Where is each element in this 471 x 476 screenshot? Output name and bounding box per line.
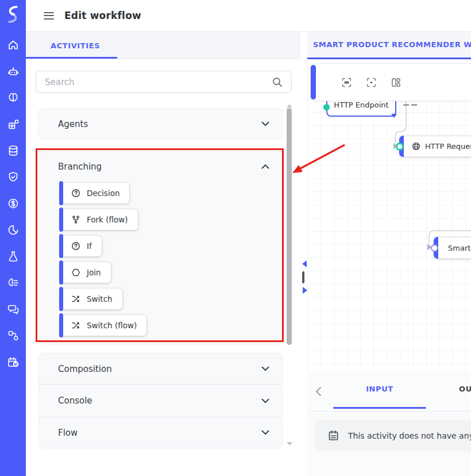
chat-icon[interactable] — [7, 303, 20, 316]
fork-icon — [71, 215, 80, 224]
activity-label: If — [87, 241, 92, 251]
flask-icon[interactable] — [7, 250, 20, 263]
section-label: Composition — [58, 364, 112, 374]
activity-decision[interactable]: Decision — [60, 183, 129, 204]
page-title: Edit workflow — [64, 10, 141, 21]
layout-icon[interactable] — [391, 77, 401, 88]
canvas-toolbar — [310, 63, 471, 101]
details-tabbar: INPUT OUT — [307, 371, 471, 411]
splitter-handle[interactable] — [302, 271, 304, 283]
section-flow-header[interactable]: Flow — [39, 417, 282, 448]
divider — [307, 411, 471, 412]
truncated-label — [403, 104, 419, 106]
port-out-icon[interactable] — [391, 114, 397, 118]
app-logo-icon[interactable] — [5, 5, 21, 24]
tab-activities[interactable]: ACTIVITIES — [51, 32, 100, 59]
fit-screen-icon[interactable] — [341, 77, 352, 88]
finance-icon[interactable] — [7, 197, 20, 210]
activity-fork-flow[interactable]: Fork (flow) — [60, 209, 138, 230]
section-label: Agents — [58, 119, 88, 129]
shield-check-icon[interactable] — [7, 171, 20, 183]
hexagon-icon — [71, 268, 80, 277]
section-label: Console — [58, 396, 92, 406]
section-label: Branching — [58, 162, 102, 172]
activity-details-panel: INPUT OUT This activity does not have an… — [307, 371, 471, 476]
workflow-canvas[interactable]: HTTP Endpoint HTTP Request ( Smart Pr — [307, 59, 471, 371]
splitter-expand-right-icon[interactable] — [303, 287, 307, 294]
activities-panel: ACTIVITIES Agents Branching — [26, 32, 300, 476]
activity-switch[interactable]: Switch — [60, 289, 122, 309]
node-label: HTTP Request ( — [425, 142, 471, 151]
top-bar: Edit workflow — [26, 0, 471, 32]
chevron-down-icon — [261, 430, 269, 435]
search-box — [36, 71, 292, 93]
brain-icon[interactable] — [7, 91, 20, 104]
schedule-icon[interactable] — [7, 356, 20, 368]
branching-items: Decision Fork (flow) If Join Switch — [39, 182, 282, 344]
section-agents-header[interactable]: Agents — [39, 109, 282, 139]
activity-label: Switch — [87, 294, 113, 304]
section-label: Flow — [58, 428, 78, 438]
shuffle-icon — [71, 321, 80, 330]
chevron-up-icon — [261, 164, 269, 169]
chevron-down-icon — [261, 121, 269, 126]
nav-rail — [0, 0, 26, 476]
help-circle-icon — [71, 241, 80, 251]
section-composition-header[interactable]: Composition — [39, 354, 282, 384]
workflow-tabstrip: SMART PRODUCT RECOMMENDER WOR — [307, 32, 471, 59]
search-icon[interactable] — [272, 76, 283, 88]
scrollbar-up-arrow[interactable] — [287, 104, 292, 108]
port-teal-icon[interactable] — [323, 104, 330, 110]
activities-tabstrip: ACTIVITIES — [26, 32, 300, 59]
activity-label: Join — [87, 268, 101, 277]
scrollbar-thumb[interactable] — [287, 108, 292, 345]
home-icon[interactable] — [7, 39, 20, 51]
menu-icon[interactable] — [44, 12, 54, 20]
activity-label: Fork (flow) — [87, 215, 128, 224]
search-input[interactable] — [36, 77, 272, 87]
port-in-icon[interactable] — [431, 244, 438, 252]
pie-chart-icon[interactable] — [7, 224, 20, 236]
activity-join[interactable]: Join — [60, 262, 111, 283]
rail-nav — [0, 39, 26, 368]
tab-output[interactable]: OUT — [459, 371, 471, 407]
node-label: HTTP Endpoint — [334, 101, 388, 109]
tab-activities-indicator — [26, 57, 117, 59]
workflow-editor-app: Edit workflow ACTIVITIES Agents Branchin… — [0, 0, 471, 476]
robot-icon[interactable] — [7, 65, 20, 78]
database-icon[interactable] — [7, 144, 20, 157]
section-agents: Agents — [38, 108, 283, 140]
scrollbar-down-arrow[interactable] — [287, 442, 292, 446]
tab-input-indicator — [333, 407, 426, 409]
chevron-down-icon — [261, 366, 269, 371]
ai-circuit-icon[interactable] — [7, 277, 20, 289]
tab-input[interactable]: INPUT — [333, 371, 426, 407]
activity-switch-flow[interactable]: Switch (flow) — [60, 315, 146, 336]
splitter-collapse-left-icon[interactable] — [302, 260, 307, 267]
node-smart-product[interactable]: Smart Pr — [434, 237, 471, 259]
section-stack: Composition Console Flow — [38, 353, 283, 448]
node-http-request[interactable]: HTTP Request ( — [399, 136, 471, 157]
node-label: Smart Pr — [448, 244, 471, 252]
activity-label: Switch (flow) — [87, 321, 137, 330]
form-list-icon — [327, 429, 339, 442]
chevron-down-icon — [261, 398, 269, 404]
modules-icon[interactable] — [7, 118, 20, 130]
tab-workflow[interactable]: SMART PRODUCT RECOMMENDER WOR — [313, 32, 471, 57]
globe-icon — [412, 142, 420, 151]
section-branching-header[interactable]: Branching — [39, 151, 282, 182]
activity-if[interactable]: If — [60, 236, 102, 256]
center-view-icon[interactable] — [366, 77, 377, 88]
help-circle-icon — [71, 189, 80, 198]
nodes-icon[interactable] — [7, 329, 20, 342]
port-in-teal-icon[interactable] — [396, 143, 404, 151]
message-text: This activity does not have any in — [348, 431, 471, 440]
activity-label: Decision — [87, 189, 119, 198]
section-console-header[interactable]: Console — [39, 385, 282, 417]
chevron-left-icon[interactable] — [315, 386, 322, 397]
shuffle-icon — [71, 294, 80, 304]
no-input-message: This activity does not have any in — [315, 420, 471, 451]
section-branching: Branching Decision Fork (flow) If — [38, 151, 283, 344]
